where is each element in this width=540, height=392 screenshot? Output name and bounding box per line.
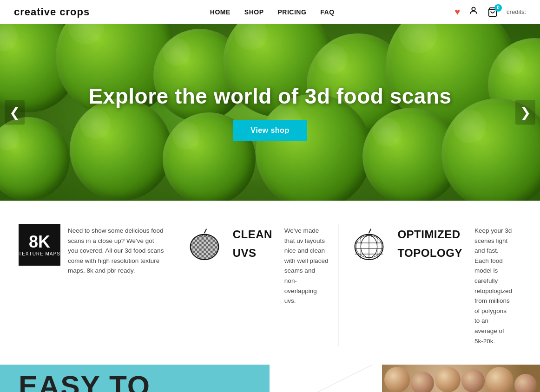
bottom-middle <box>270 365 382 392</box>
walnut-image-section <box>382 365 540 392</box>
slider-prev-arrow[interactable]: ❮ <box>5 100 25 125</box>
slider-next-arrow[interactable]: ❯ <box>515 100 535 125</box>
nav-icons: ♥ 0 credits: <box>454 6 526 18</box>
optimized-topology-icon <box>348 224 390 266</box>
uvs-label: UVS <box>233 242 257 259</box>
site-logo: creative crops <box>14 6 90 18</box>
nav-home[interactable]: HOME <box>210 8 230 16</box>
cart-count: 0 <box>494 4 502 12</box>
easy-to-section: EASY TO <box>0 365 270 392</box>
features-section: 8K TEXTURE MAPS Need to show some delici… <box>0 201 540 365</box>
hero-section: Explore the world of 3d food scans View … <box>0 24 540 201</box>
svg-line-8 <box>369 229 371 233</box>
8k-label: 8K <box>29 234 50 250</box>
svg-point-0 <box>472 7 475 11</box>
svg-line-17 <box>289 365 373 392</box>
cart-icon[interactable]: 0 <box>487 7 498 17</box>
texture-maps-label: TEXTURE MAPS <box>19 251 60 256</box>
optimized-topology-labels: OPTIMIZED TOPOLOGY <box>397 224 462 346</box>
svg-rect-7 <box>186 226 223 263</box>
clean-uvs-icon <box>184 224 225 266</box>
easy-to-text: EASY TO <box>19 369 151 392</box>
view-shop-button[interactable]: View shop <box>233 120 307 141</box>
feature-clean-uvs-text: We've made that uv layouts nice and clea… <box>284 224 329 346</box>
main-nav: HOME SHOP PRICING FAQ <box>210 8 335 16</box>
clean-uvs-labels: CLEAN UVS <box>233 224 272 346</box>
account-icon[interactable] <box>468 6 479 18</box>
credits-label: credits: <box>507 8 526 15</box>
bottom-section: EASY TO REVOKE COOKIES <box>0 365 540 392</box>
feature-optimized-topology: OPTIMIZED TOPOLOGY Keep your 3d scenes l… <box>339 224 521 346</box>
feature-8k-text: Need to show some delicious food scans i… <box>68 224 165 346</box>
hero-title: Explore the world of 3d food scans <box>88 84 451 109</box>
logo-regular: creative <box>14 6 59 18</box>
feature-8k: 8K TEXTURE MAPS Need to show some delici… <box>19 224 174 346</box>
8k-icon: 8K TEXTURE MAPS <box>19 224 60 346</box>
nav-pricing[interactable]: PRICING <box>278 8 307 16</box>
feature-optimized-topology-text: Keep your 3d scenes light and fast. Each… <box>474 224 512 346</box>
wishlist-icon[interactable]: ♥ <box>454 7 460 17</box>
nav-shop[interactable]: SHOP <box>244 8 264 16</box>
clean-label: CLEAN <box>233 224 272 241</box>
feature-clean-uvs: CLEAN UVS We've made that uv layouts nic… <box>174 224 339 346</box>
site-header: creative crops HOME SHOP PRICING FAQ ♥ 0… <box>0 0 540 24</box>
nav-faq[interactable]: FAQ <box>320 8 334 16</box>
svg-line-2 <box>204 229 206 233</box>
topology-label: TOPOLOGY <box>397 242 462 259</box>
logo-bold: crops <box>59 6 90 18</box>
optimized-label: OPTIMIZED <box>397 224 460 241</box>
hero-content: Explore the world of 3d food scans View … <box>88 84 451 141</box>
